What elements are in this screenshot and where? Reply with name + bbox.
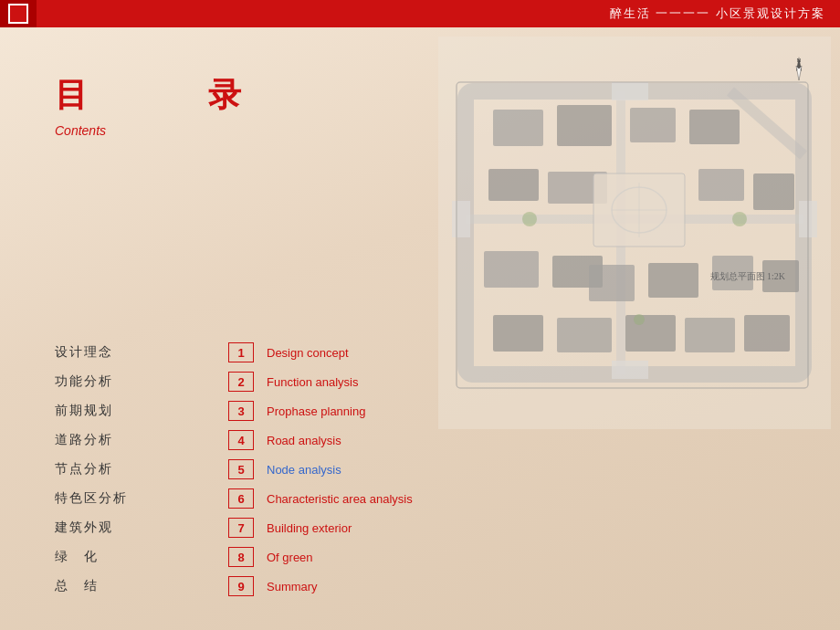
svg-rect-29 <box>612 82 648 100</box>
menu-row[interactable]: 节点分析5Node analysis <box>55 455 413 484</box>
svg-rect-27 <box>744 315 790 352</box>
menu-zh-label: 总 结 <box>55 578 137 594</box>
svg-rect-19 <box>589 265 635 301</box>
svg-rect-6 <box>557 105 612 146</box>
menu-en-label: Function analysis <box>267 375 358 389</box>
svg-rect-26 <box>685 318 735 352</box>
menu-zh-label: 建筑外观 <box>55 520 137 536</box>
menu-row[interactable]: 设计理念1Design concept <box>55 338 413 367</box>
menu-en-label: Of green <box>267 551 313 564</box>
svg-rect-8 <box>689 110 740 144</box>
svg-rect-5 <box>493 110 543 146</box>
left-panel: 目 录 Contents 设计理念1Design concept功能分析2Fun… <box>0 27 475 630</box>
svg-rect-17 <box>484 251 539 288</box>
svg-text:N: N <box>797 58 801 63</box>
menu-en-label: Prophase planning <box>267 404 365 418</box>
map-area: N 规划总平面图 1:2K <box>438 37 831 429</box>
menu-row[interactable]: 功能分析2Function analysis <box>55 367 413 396</box>
svg-rect-24 <box>557 318 612 352</box>
svg-point-32 <box>522 212 537 226</box>
map-label: 规划总平面图 1:2K <box>710 270 786 283</box>
menu-zh-label: 设计理念 <box>55 344 137 361</box>
logo-inner <box>8 4 28 24</box>
menu-en-label: Characteristic area analysis <box>267 492 413 506</box>
svg-rect-20 <box>648 263 698 298</box>
svg-rect-15 <box>698 169 744 201</box>
menu-num-box: 1 <box>228 342 254 362</box>
menu-row[interactable]: 特色区分析6Characteristic area analysis <box>55 484 413 513</box>
north-arrow-icon: N <box>785 55 813 82</box>
menu-num-box: 4 <box>228 430 254 450</box>
title-zh: 目 录 <box>55 73 259 118</box>
menu-en-label: Summary <box>267 580 318 593</box>
svg-rect-16 <box>753 173 794 210</box>
svg-rect-30 <box>452 201 470 237</box>
menu-row[interactable]: 绿 化8Of green <box>55 542 413 572</box>
menu-num-box: 9 <box>228 576 254 596</box>
menu-row[interactable]: 总 结9Summary <box>55 572 413 601</box>
menu-zh-label: 道路分析 <box>55 432 137 448</box>
menu-en-label: Road analysis <box>267 434 341 447</box>
site-plan-svg <box>438 37 831 429</box>
menu-zh-label: 特色区分析 <box>55 490 137 507</box>
title-en: Contents <box>55 123 259 138</box>
title-section: 目 录 Contents <box>55 73 259 138</box>
menu-zh-label: 绿 化 <box>55 549 137 565</box>
menu-en-label: Design concept <box>267 346 349 360</box>
menu-num-box: 6 <box>228 488 254 509</box>
svg-rect-9 <box>488 169 539 201</box>
svg-rect-7 <box>630 108 676 142</box>
menu-num-box: 8 <box>228 547 254 567</box>
svg-rect-28 <box>612 361 648 379</box>
menu-num-box: 3 <box>228 401 254 421</box>
header-title: 醉生活 一一一一 小区景观设计方案 <box>610 5 825 22</box>
menu-zh-label: 节点分析 <box>55 461 137 478</box>
logo-box <box>0 0 37 27</box>
menu-en-label: Building exterior <box>267 521 352 535</box>
menu-row[interactable]: 前期规划3Prophase planning <box>55 396 413 425</box>
menu-num-box: 5 <box>228 459 254 479</box>
menu-list: 设计理念1Design concept功能分析2Function analysi… <box>55 338 413 601</box>
menu-num-box: 2 <box>228 372 254 392</box>
menu-zh-label: 功能分析 <box>55 373 137 390</box>
header-bar: 醉生活 一一一一 小区景观设计方案 <box>0 0 840 27</box>
svg-rect-25 <box>625 315 676 352</box>
svg-point-34 <box>634 314 645 325</box>
menu-en-label: Node analysis <box>267 463 341 477</box>
menu-row[interactable]: 道路分析4Road analysis <box>55 425 413 455</box>
main-area: 目 录 Contents 设计理念1Design concept功能分析2Fun… <box>0 27 840 630</box>
svg-rect-23 <box>493 315 543 352</box>
menu-num-box: 7 <box>228 518 254 538</box>
menu-zh-label: 前期规划 <box>55 403 137 419</box>
svg-point-33 <box>732 212 747 226</box>
menu-row[interactable]: 建筑外观7Building exterior <box>55 513 413 542</box>
